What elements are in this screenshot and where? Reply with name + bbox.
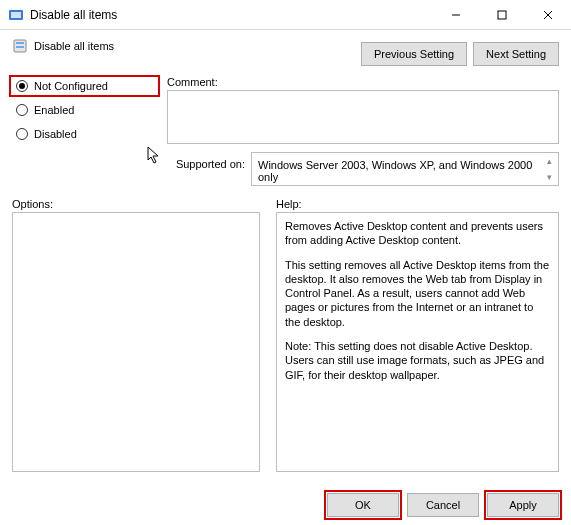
options-label: Options: — [12, 198, 260, 210]
help-paragraph: Note: This setting does not disable Acti… — [285, 339, 550, 382]
policy-header: Disable all items — [12, 38, 361, 54]
radio-label: Not Configured — [34, 80, 108, 92]
close-button[interactable] — [525, 0, 571, 30]
comment-label: Comment: — [167, 76, 559, 88]
ok-button[interactable]: OK — [327, 493, 399, 517]
help-label: Help: — [276, 198, 559, 210]
help-paragraph: Removes Active Desktop content and preve… — [285, 219, 550, 248]
app-icon — [8, 7, 24, 23]
svg-rect-1 — [11, 12, 21, 18]
radio-label: Disabled — [34, 128, 77, 140]
state-radio-group: Not Configured Enabled Disabled — [12, 76, 157, 186]
help-paragraph: This setting removes all Active Desktop … — [285, 258, 550, 329]
supported-label: Supported on: — [167, 152, 245, 170]
scroll-down-icon[interactable]: ▾ — [542, 171, 556, 183]
minimize-button[interactable] — [433, 0, 479, 30]
scroll-up-icon[interactable]: ▴ — [542, 155, 556, 167]
cancel-button[interactable]: Cancel — [407, 493, 479, 517]
radio-enabled[interactable]: Enabled — [12, 102, 157, 118]
policy-icon — [12, 38, 28, 54]
comment-textarea[interactable] — [167, 90, 559, 144]
supported-on-box: Windows Server 2003, Windows XP, and Win… — [251, 152, 559, 186]
svg-rect-3 — [498, 11, 506, 19]
help-box: Removes Active Desktop content and preve… — [276, 212, 559, 472]
svg-rect-7 — [16, 42, 24, 44]
radio-disabled[interactable]: Disabled — [12, 126, 157, 142]
window-title: Disable all items — [30, 8, 433, 22]
dialog-footer: OK Cancel Apply — [327, 493, 559, 517]
policy-title: Disable all items — [34, 40, 114, 52]
supported-on-text: Windows Server 2003, Windows XP, and Win… — [258, 159, 532, 183]
radio-icon — [16, 104, 28, 116]
radio-label: Enabled — [34, 104, 74, 116]
options-box — [12, 212, 260, 472]
radio-icon — [16, 128, 28, 140]
next-setting-button[interactable]: Next Setting — [473, 42, 559, 66]
title-bar: Disable all items — [0, 0, 571, 30]
radio-icon — [16, 80, 28, 92]
apply-button[interactable]: Apply — [487, 493, 559, 517]
previous-setting-button[interactable]: Previous Setting — [361, 42, 467, 66]
maximize-button[interactable] — [479, 0, 525, 30]
radio-not-configured[interactable]: Not Configured — [12, 78, 157, 94]
svg-rect-8 — [16, 46, 24, 48]
